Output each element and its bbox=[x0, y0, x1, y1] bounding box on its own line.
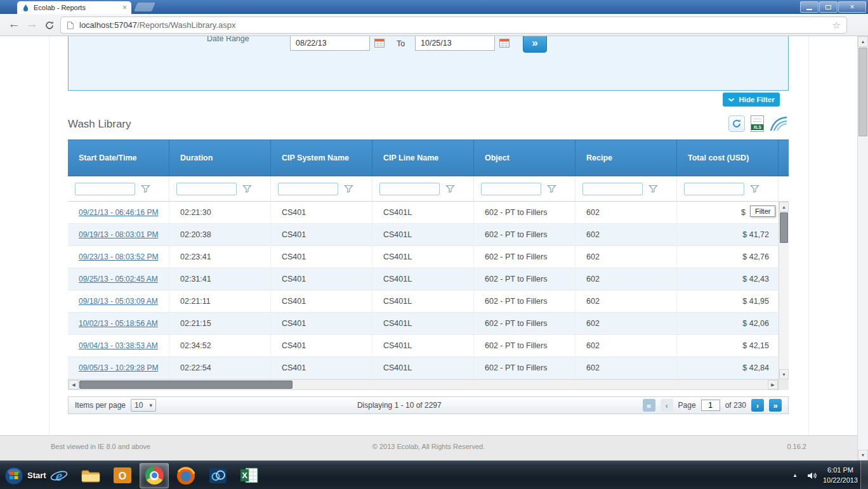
filter-funnel-icon[interactable] bbox=[750, 185, 760, 193]
start-datetime-link[interactable]: 09/05/13 - 10:29:28 PM bbox=[68, 357, 169, 379]
filter-funnel-icon[interactable] bbox=[445, 185, 455, 193]
xls-doc-line bbox=[753, 121, 761, 122]
start-datetime-link[interactable]: 09/04/13 - 03:38:53 AM bbox=[68, 335, 169, 356]
filter-funnel-icon[interactable] bbox=[648, 185, 658, 193]
taskbar-chrome-button[interactable] bbox=[140, 463, 169, 488]
next-page-button[interactable]: › bbox=[751, 399, 764, 412]
table-row: 09/19/13 - 08:03:01 PM02:20:38CS401CS401… bbox=[68, 224, 789, 246]
recipe-cell: 602 bbox=[575, 313, 677, 334]
page-label: Page bbox=[678, 401, 696, 410]
items-per-page-label: Items per page bbox=[75, 401, 126, 410]
minimize-button[interactable] bbox=[800, 1, 819, 13]
scroll-down-icon[interactable]: ▼ bbox=[779, 369, 789, 379]
filter-funnel-icon[interactable] bbox=[141, 185, 150, 193]
address-bar[interactable]: localhost:57047 /Reports/WashLibrary.asp… bbox=[60, 16, 847, 34]
reload-button[interactable] bbox=[42, 20, 57, 34]
column-filter-input-5[interactable] bbox=[582, 183, 643, 195]
volume-icon[interactable] bbox=[807, 472, 817, 479]
firefox-icon bbox=[176, 466, 195, 485]
previous-page-button[interactable]: ‹ bbox=[661, 399, 673, 412]
filter-funnel-icon[interactable] bbox=[547, 185, 556, 193]
date-from-input[interactable] bbox=[290, 36, 370, 51]
vertical-scroll-thumb[interactable] bbox=[780, 212, 788, 243]
date-to-input[interactable] bbox=[415, 36, 495, 51]
table-horizontal-scrollbar[interactable]: ◀ ▶ bbox=[68, 379, 779, 390]
scroll-right-icon[interactable]: ▶ bbox=[768, 380, 778, 389]
items-per-page-value: 10 bbox=[135, 401, 143, 410]
browser-scroll-thumb[interactable] bbox=[858, 48, 867, 136]
taskbar-outlook-button[interactable]: O bbox=[108, 463, 137, 488]
scroll-up-icon[interactable]: ▲ bbox=[858, 36, 868, 47]
taskbar-ie-button[interactable]: e bbox=[44, 463, 74, 488]
start-datetime-link[interactable]: 09/19/13 - 08:03:01 PM bbox=[68, 224, 169, 245]
scroll-down-icon[interactable]: ▼ bbox=[858, 450, 868, 460]
total-cost-cell: $ 42,06 bbox=[677, 313, 779, 334]
print-preview-icon[interactable] bbox=[770, 115, 787, 132]
page-number-input[interactable] bbox=[701, 400, 720, 411]
page-title: Wash Library bbox=[68, 118, 131, 131]
column-header-2[interactable]: CIP System Name bbox=[271, 140, 372, 176]
cip-line-cell: CS401L bbox=[372, 290, 474, 312]
show-desktop-button[interactable] bbox=[860, 461, 868, 489]
start-datetime-link[interactable]: 09/25/13 - 05:02:45 AM bbox=[68, 268, 169, 290]
column-filter-input-0[interactable] bbox=[75, 183, 135, 195]
filter-funnel-icon[interactable] bbox=[344, 185, 353, 193]
apply-filter-button[interactable]: » bbox=[523, 36, 547, 53]
column-filter-input-6[interactable] bbox=[684, 183, 744, 195]
scroll-left-icon[interactable]: ◀ bbox=[69, 380, 79, 389]
column-filter-input-3[interactable] bbox=[379, 183, 440, 195]
taskbar-explorer-button[interactable] bbox=[76, 463, 105, 488]
forward-button[interactable]: → bbox=[24, 17, 39, 31]
browser-scrollbar[interactable]: ▲ ▼ bbox=[857, 36, 868, 460]
back-button[interactable]: ← bbox=[6, 17, 22, 31]
calendar-from-icon[interactable] bbox=[374, 38, 385, 48]
column-header-5[interactable]: Recipe bbox=[575, 140, 677, 176]
column-header-1[interactable]: Duration bbox=[169, 140, 271, 176]
start-datetime-link[interactable]: 10/02/13 - 05:18:56 AM bbox=[68, 313, 169, 334]
tab-close-icon[interactable]: × bbox=[122, 4, 127, 11]
recipe-cell: 602 bbox=[575, 268, 677, 290]
recipe-cell: 602 bbox=[575, 224, 677, 245]
filter-cell bbox=[474, 176, 575, 201]
hide-filter-button[interactable]: Hide Filter bbox=[723, 93, 780, 107]
column-filter-input-4[interactable] bbox=[481, 183, 541, 195]
taskbar-clock[interactable]: 6:01 PM 10/22/2013 bbox=[823, 466, 858, 485]
column-header-4[interactable]: Object bbox=[474, 140, 575, 176]
column-header-3[interactable]: CIP Line Name bbox=[372, 140, 474, 176]
tray-expand-icon[interactable]: ▲ bbox=[789, 470, 801, 481]
excel-icon: X bbox=[240, 467, 258, 483]
close-window-button[interactable]: × bbox=[838, 1, 866, 13]
filter-funnel-icon[interactable] bbox=[242, 185, 252, 193]
svg-text:O: O bbox=[119, 471, 126, 481]
start-datetime-link[interactable]: 09/18/13 - 05:03:09 AM bbox=[68, 290, 169, 312]
column-filter-input-2[interactable] bbox=[278, 183, 338, 195]
taskbar-lync-button[interactable] bbox=[203, 463, 232, 488]
horizontal-scroll-thumb[interactable] bbox=[79, 381, 293, 389]
windows-orb-icon bbox=[4, 466, 23, 485]
items-per-page-select[interactable]: 10 ▾ bbox=[131, 399, 156, 412]
column-header-0[interactable]: Start Date/Time bbox=[68, 140, 169, 176]
browser-tab[interactable]: Ecolab - Reports × bbox=[17, 1, 131, 14]
recipe-cell: 602 bbox=[575, 290, 677, 312]
filter-cell bbox=[271, 176, 372, 201]
object-cell: 602 - PT to Fillers bbox=[474, 290, 575, 312]
calendar-to-icon[interactable] bbox=[499, 38, 510, 48]
export-xls-button[interactable]: XLS bbox=[751, 115, 764, 132]
start-button[interactable]: Start bbox=[1, 461, 51, 489]
column-header-6[interactable]: Total cost (USD) bbox=[677, 140, 779, 176]
taskbar-firefox-button[interactable] bbox=[171, 463, 201, 488]
table-vertical-scrollbar[interactable]: ▲ ▼ bbox=[779, 202, 789, 379]
restore-button[interactable] bbox=[819, 1, 838, 13]
bookmark-star-icon[interactable]: ☆ bbox=[832, 20, 841, 31]
outlook-icon: O bbox=[114, 467, 131, 483]
column-filter-input-1[interactable] bbox=[176, 183, 237, 195]
new-tab-button[interactable] bbox=[134, 3, 155, 11]
start-datetime-link[interactable]: 09/23/13 - 08:03:52 PM bbox=[68, 246, 169, 268]
first-page-button[interactable]: « bbox=[643, 399, 655, 412]
taskbar-excel-button[interactable]: X bbox=[235, 463, 264, 488]
scroll-up-icon[interactable]: ▲ bbox=[779, 202, 789, 212]
start-datetime-link[interactable]: 09/21/13 - 06:46:16 PM bbox=[68, 202, 169, 223]
last-page-button[interactable]: » bbox=[769, 399, 782, 412]
refresh-report-button[interactable] bbox=[728, 115, 745, 132]
table-row: 09/05/13 - 10:29:28 PM02:22:54CS401CS401… bbox=[68, 357, 789, 379]
